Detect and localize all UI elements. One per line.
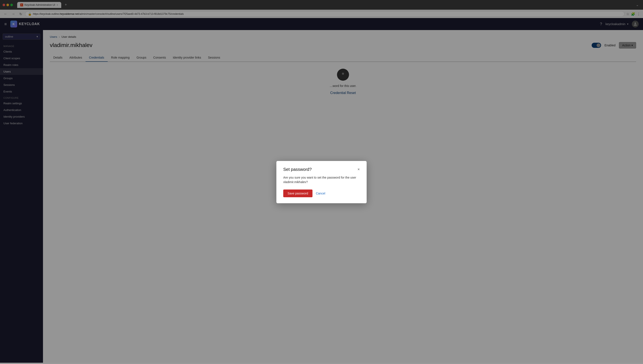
modal-header: Set password? ×: [283, 167, 360, 172]
cancel-button[interactable]: Cancel: [316, 192, 325, 195]
content-area: Users › User details vladimir.mikhalev: [43, 30, 643, 363]
modal-overlay[interactable]: Set password? × Are you sure you want to…: [43, 30, 643, 363]
app-container: ≡ K KEYCLOAK ? keycloakadmin ▾ outline ▾…: [0, 18, 643, 363]
main-area: outline ▾ Manage Clients Client scopes R…: [0, 30, 643, 363]
modal-body: Are you sure you want to set the passwor…: [283, 175, 360, 184]
modal-close-button[interactable]: ×: [357, 167, 360, 172]
save-password-button[interactable]: Save password: [283, 190, 312, 197]
modal-title: Set password?: [283, 167, 312, 172]
set-password-modal: Set password? × Are you sure you want to…: [276, 161, 367, 203]
modal-footer: Save password Cancel: [283, 190, 360, 197]
